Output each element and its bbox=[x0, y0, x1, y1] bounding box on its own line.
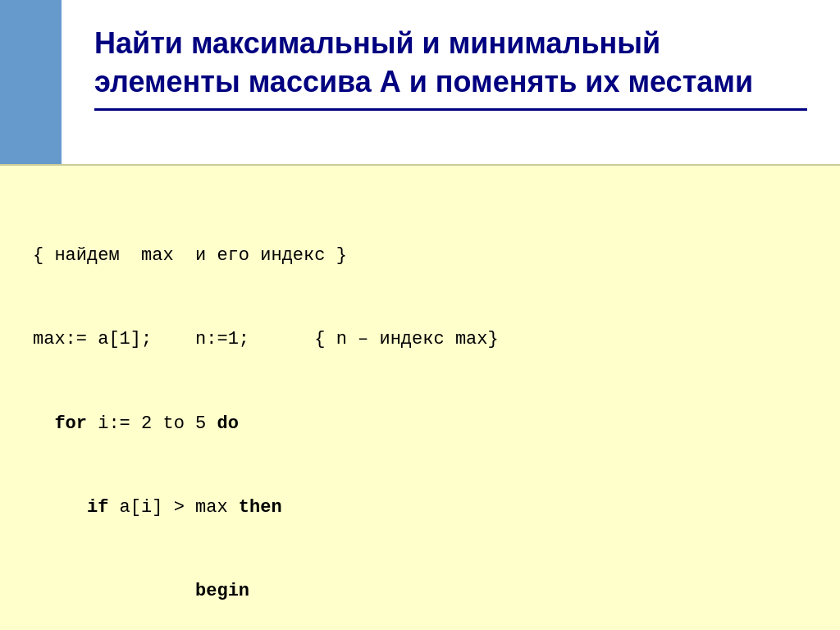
code-line-2: max:= a[1]; n:=1; { n – индекс max} bbox=[33, 326, 807, 354]
slide-container: Найти максимальный и минимальный элемент… bbox=[0, 0, 840, 630]
title-underline bbox=[94, 108, 807, 111]
title-area: Найти максимальный и минимальный элемент… bbox=[62, 0, 840, 164]
code-block: { найдем max и его индекс } max:= a[1]; … bbox=[33, 186, 807, 630]
slide-title: Найти максимальный и минимальный элемент… bbox=[94, 25, 807, 102]
code-line-5: begin bbox=[33, 578, 807, 605]
header-section: Найти максимальный и минимальный элемент… bbox=[0, 0, 840, 164]
title-line2: элементы массива А и поменять их местами bbox=[94, 65, 753, 98]
code-line-4: if a[i] > max then bbox=[33, 494, 807, 522]
title-line1: Найти максимальный и минимальный bbox=[94, 26, 660, 60]
code-section: { найдем max и его индекс } max:= a[1]; … bbox=[0, 164, 840, 630]
code-line-1: { найдем max и его индекс } bbox=[33, 242, 807, 270]
blue-sidebar bbox=[0, 0, 62, 164]
code-line-3: for i:= 2 to 5 do bbox=[33, 410, 807, 438]
